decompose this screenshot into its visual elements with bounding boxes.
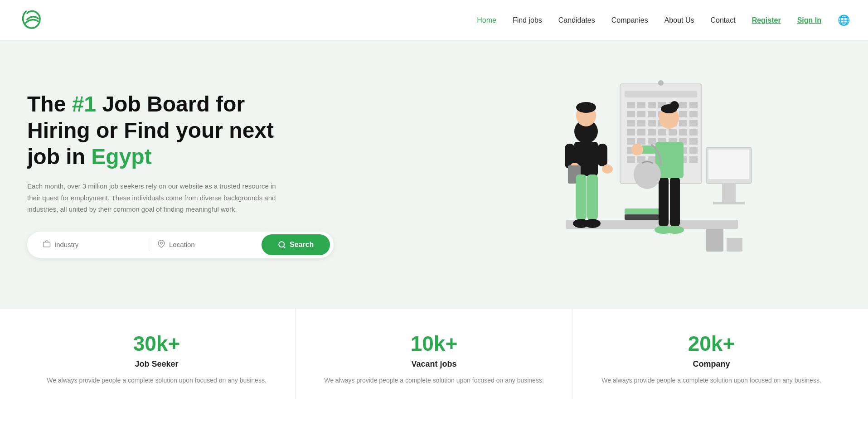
svg-rect-41 xyxy=(689,138,698,145)
svg-rect-30 xyxy=(648,129,656,136)
svg-point-2 xyxy=(160,242,163,244)
hero-title-prefix: The xyxy=(27,92,72,116)
search-bar: Search xyxy=(27,232,334,258)
svg-point-67 xyxy=(576,105,596,126)
nav-link-find-jobs[interactable]: Find jobs xyxy=(513,16,542,24)
stat-card-vacant-jobs: 10k+ Vacant jobs We always provide peopl… xyxy=(296,309,573,399)
globe-icon[interactable]: 🌐 xyxy=(838,15,850,26)
nav-item-companies[interactable]: Companies xyxy=(611,16,648,24)
svg-rect-49 xyxy=(627,156,635,163)
svg-rect-60 xyxy=(706,147,752,184)
svg-rect-21 xyxy=(627,120,635,126)
nav-links: Home Find jobs Candidates Companies Abou… xyxy=(477,15,850,26)
svg-rect-23 xyxy=(648,120,656,126)
svg-point-66 xyxy=(574,120,598,143)
industry-input[interactable] xyxy=(54,241,141,248)
svg-rect-35 xyxy=(627,138,635,145)
nav-link-companies[interactable]: Companies xyxy=(611,16,648,24)
nav-link-home[interactable]: Home xyxy=(477,16,496,24)
location-input[interactable] xyxy=(169,241,255,248)
nav-link-signin[interactable]: Sign In xyxy=(797,16,821,24)
nav-item-register[interactable]: Register xyxy=(752,16,781,24)
svg-rect-22 xyxy=(637,120,645,126)
svg-rect-79 xyxy=(659,177,669,227)
svg-rect-36 xyxy=(637,138,645,145)
nav-item-globe[interactable]: 🌐 xyxy=(838,15,850,26)
svg-point-72 xyxy=(569,163,580,175)
svg-rect-76 xyxy=(587,174,598,220)
search-divider xyxy=(149,238,149,251)
stat-number-job-seeker: 30k+ xyxy=(36,331,277,356)
nav-item-find-jobs[interactable]: Find jobs xyxy=(513,16,542,24)
nav-item-contact[interactable]: Contact xyxy=(711,16,736,24)
svg-line-4 xyxy=(283,246,285,247)
illustration-svg xyxy=(498,57,761,292)
nav-item-candidates[interactable]: Candidates xyxy=(558,16,595,24)
svg-rect-63 xyxy=(713,202,745,204)
svg-rect-20 xyxy=(689,111,698,117)
svg-rect-28 xyxy=(627,129,635,136)
svg-rect-19 xyxy=(679,111,687,117)
svg-rect-45 xyxy=(658,147,666,154)
svg-point-82 xyxy=(666,226,684,234)
hero-section: The #1 Job Board forHiring or Find your … xyxy=(0,41,868,308)
svg-rect-75 xyxy=(576,174,587,220)
svg-rect-69 xyxy=(574,142,598,176)
svg-rect-27 xyxy=(689,120,698,126)
hero-content: The #1 Job Board forHiring or Find your … xyxy=(27,91,334,257)
svg-rect-47 xyxy=(679,147,687,154)
hero-description: Each month, over 3 million job seekers r… xyxy=(27,180,290,215)
svg-rect-29 xyxy=(637,129,645,136)
svg-rect-61 xyxy=(708,150,749,179)
svg-point-86 xyxy=(670,101,679,110)
svg-rect-51 xyxy=(648,156,656,163)
svg-point-74 xyxy=(602,165,613,174)
svg-rect-57 xyxy=(566,220,738,229)
nav-item-signin[interactable]: Sign In xyxy=(797,16,821,24)
stat-label-vacant-jobs: Vacant jobs xyxy=(314,359,554,369)
industry-field[interactable] xyxy=(36,235,147,254)
nav-link-register[interactable]: Register xyxy=(752,16,781,24)
svg-rect-65 xyxy=(727,238,742,252)
svg-rect-52 xyxy=(658,156,666,163)
nav-link-about[interactable]: About Us xyxy=(664,16,694,24)
svg-rect-71 xyxy=(597,144,607,166)
svg-rect-48 xyxy=(689,147,698,154)
location-icon xyxy=(157,240,165,250)
navbar: Home Find jobs Candidates Companies Abou… xyxy=(0,0,868,41)
location-field[interactable] xyxy=(151,235,262,254)
stat-desc-vacant-jobs: We always provide people a complete solu… xyxy=(314,375,554,385)
logo[interactable] xyxy=(18,6,45,35)
search-button-label: Search xyxy=(290,241,314,249)
svg-rect-55 xyxy=(689,156,698,163)
nav-item-about[interactable]: About Us xyxy=(664,16,694,24)
nav-item-home[interactable]: Home xyxy=(477,16,496,24)
briefcase-icon xyxy=(43,240,51,250)
svg-rect-24 xyxy=(658,120,666,126)
nav-link-candidates[interactable]: Candidates xyxy=(558,16,595,24)
svg-rect-7 xyxy=(627,102,635,108)
stat-card-job-seeker: 30k+ Job Seeker We always provide people… xyxy=(18,309,296,399)
svg-rect-1 xyxy=(44,242,50,247)
svg-point-81 xyxy=(655,226,673,234)
svg-rect-53 xyxy=(669,156,677,163)
svg-rect-70 xyxy=(565,144,575,169)
search-icon xyxy=(278,241,286,249)
svg-rect-13 xyxy=(689,102,698,108)
svg-rect-14 xyxy=(627,111,635,117)
svg-rect-59 xyxy=(625,214,665,220)
svg-rect-11 xyxy=(669,102,677,108)
hero-title-egypt: Egypt xyxy=(91,145,151,169)
svg-rect-12 xyxy=(679,102,687,108)
stat-desc-company: We always provide people a complete solu… xyxy=(591,375,832,385)
svg-rect-34 xyxy=(689,129,698,136)
svg-rect-87 xyxy=(637,145,656,154)
svg-point-85 xyxy=(661,104,677,113)
stat-label-job-seeker: Job Seeker xyxy=(36,359,277,369)
svg-rect-43 xyxy=(637,147,645,154)
search-button[interactable]: Search xyxy=(262,234,330,255)
svg-rect-50 xyxy=(637,156,645,163)
stat-number-company: 20k+ xyxy=(591,331,832,356)
nav-link-contact[interactable]: Contact xyxy=(711,16,736,24)
svg-rect-37 xyxy=(648,138,656,145)
